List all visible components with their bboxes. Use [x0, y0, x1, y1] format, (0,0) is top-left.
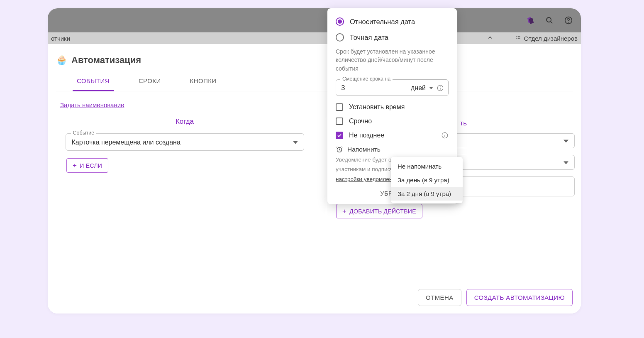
remind-row: Напомнить: [336, 146, 449, 153]
checkbox-checked-icon: [336, 132, 343, 139]
app-window: отчики Отдел дизайнеров 🧁 Автоматизация …: [48, 8, 581, 314]
chevron-down-icon: [564, 139, 568, 144]
checkbox-unchecked-icon: [336, 118, 343, 125]
event-value: Карточка перемещена или создана: [72, 139, 181, 146]
column-name-right[interactable]: Отдел дизайнеров: [524, 35, 578, 42]
svg-point-10: [518, 38, 519, 39]
tab-deadlines[interactable]: СРОКИ: [134, 73, 165, 91]
svg-point-11: [520, 38, 520, 39]
plus-icon: +: [73, 162, 77, 169]
board-column-strip: отчики Отдел дизайнеров: [48, 32, 581, 44]
checkbox-unchecked-icon: [336, 103, 343, 111]
radio-checked-icon: [336, 17, 344, 26]
svg-rect-1: [529, 18, 534, 24]
remind-dropdown: Не напоминать За день (в 9 утра) За 2 дн…: [391, 157, 463, 203]
automation-icon: 🧁: [56, 55, 67, 66]
svg-point-14: [440, 86, 440, 87]
drag-handle-icon[interactable]: [515, 35, 521, 41]
tab-buttons[interactable]: КНОПКИ: [186, 73, 221, 91]
checkbox-urgent[interactable]: Срочно: [336, 118, 449, 125]
and-if-button[interactable]: + И ЕСЛИ: [66, 158, 108, 173]
radio-relative-date[interactable]: Относительная дата: [336, 17, 449, 26]
set-name-link[interactable]: Задать наименование: [60, 101, 124, 108]
do-label-fragment: ть: [460, 119, 467, 127]
svg-point-8: [520, 36, 520, 37]
tab-events[interactable]: СОБЫТИЯ: [73, 73, 114, 91]
create-automation-button[interactable]: СОЗДАТЬ АВТОМАТИЗАЦИЮ: [466, 289, 573, 306]
alarm-icon: [336, 146, 343, 153]
checkbox-set-time[interactable]: Установить время: [336, 103, 449, 111]
app-toolbar: [48, 8, 581, 32]
dropdown-item-dont-remind[interactable]: Не напоминать: [391, 159, 463, 173]
notification-settings-link[interactable]: настройки уведомлени: [336, 176, 395, 182]
svg-point-5: [568, 22, 569, 23]
chevron-down-icon: [293, 140, 298, 145]
dropdown-item-1-day[interactable]: За день (в 9 утра): [391, 173, 463, 187]
modal-footer: ОТМЕНА СОЗДАТЬ АВТОМАТИЗАЦИЮ: [48, 282, 581, 314]
chevron-down-icon: [564, 160, 568, 165]
cancel-button[interactable]: ОТМЕНА: [418, 289, 461, 306]
svg-point-17: [444, 134, 445, 134]
add-action-button[interactable]: + ДОБАВИТЬ ДЕЙСТВИЕ: [336, 204, 422, 218]
offset-value-input[interactable]: [341, 84, 387, 92]
automation-modal: 🧁 Автоматизация СОБЫТИЯ СРОКИ КНОПКИ Зад…: [48, 44, 581, 314]
radio-exact-date[interactable]: Точная дата: [336, 33, 449, 42]
popover-description: Срок будет установлен на указанное колич…: [336, 47, 449, 73]
event-field-label: Событие: [71, 130, 97, 136]
event-select[interactable]: Событие Карточка перемещена или создана: [66, 133, 304, 151]
svg-point-2: [546, 17, 551, 22]
svg-point-6: [517, 36, 517, 37]
svg-line-3: [551, 22, 552, 23]
chevron-down-icon: [429, 86, 433, 90]
remind-label: Напомнить: [347, 146, 381, 153]
dropdown-item-2-days[interactable]: За 2 дня (в 9 утра): [391, 187, 463, 201]
when-column: Когда Событие Карточка перемещена или со…: [56, 118, 313, 218]
modal-title: Автоматизация: [71, 55, 141, 66]
search-icon[interactable]: [544, 15, 554, 25]
svg-point-7: [518, 36, 519, 37]
checkbox-no-later[interactable]: Не позднее: [336, 132, 449, 139]
offset-field-label: Смещение срока на: [340, 76, 393, 82]
help-icon[interactable]: [564, 15, 573, 25]
plus-icon: +: [342, 208, 346, 215]
info-icon[interactable]: [437, 84, 444, 92]
svg-point-9: [517, 38, 517, 39]
offset-field[interactable]: Смещение срока на дней: [336, 79, 449, 96]
cards-icon[interactable]: [525, 15, 535, 25]
when-label: Когда: [176, 118, 194, 126]
info-icon[interactable]: [441, 132, 449, 139]
tabs: СОБЫТИЯ СРОКИ КНОПКИ: [56, 73, 573, 91]
chevron-up-icon[interactable]: [486, 34, 494, 43]
radio-unchecked-icon: [336, 33, 344, 42]
offset-unit-select[interactable]: дней: [411, 84, 426, 92]
column-name-fragment: отчики: [51, 35, 70, 42]
